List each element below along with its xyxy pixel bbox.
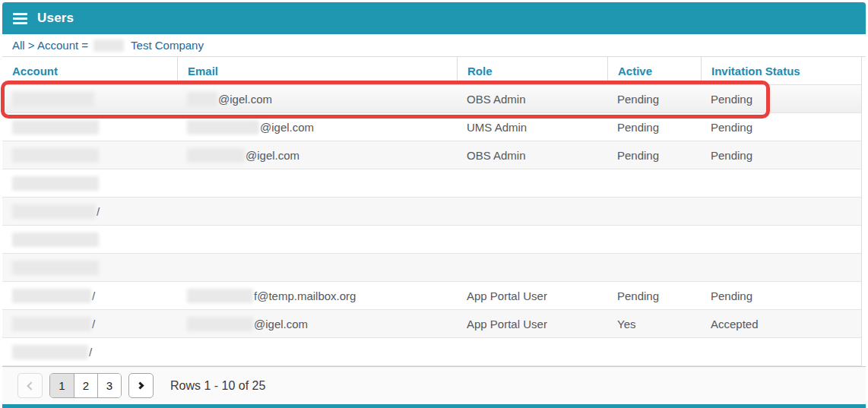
redacted-text [12,317,91,331]
cell-account: / [2,310,177,337]
redacted-text [187,289,253,303]
pagination-bar: 123 Rows 1 - 10 of 25 [2,366,866,404]
breadcrumb-filter-text: All > Account = [12,39,88,52]
cell-email: @igel.com [177,85,457,112]
table-row[interactable] [2,226,861,254]
redacted-text [12,232,99,247]
cell-role [457,226,607,253]
visible-text: f@temp.mailbox.org [254,289,356,302]
cell-role [457,338,607,365]
redacted-text [12,120,99,134]
cell-email: @igel.com [177,310,457,337]
cell-invitation-status: Pending [701,85,861,112]
redacted-text [187,148,245,163]
cell-role: OBS Admin [457,141,607,169]
cell-account [2,254,177,281]
users-table: Account Email Role Active Invitation Sta… [2,57,862,366]
visible-text: @igel.com [254,318,308,331]
column-header-email[interactable]: Email [177,57,457,84]
page-title: Users [37,11,74,26]
cell-active [607,198,701,225]
cell-email: @igel.com [177,141,457,169]
cell-active [607,338,701,365]
cell-email [177,338,457,365]
table-row[interactable]: @igel.comOBS AdminPendingPending [2,141,861,169]
cell-role: UMS Admin [457,113,607,141]
cell-email: f@temp.mailbox.org [177,282,457,309]
table-row[interactable]: / [2,338,861,366]
redacted-text [187,92,217,106]
rows-summary: Rows 1 - 10 of 25 [170,379,265,393]
table-row[interactable]: / [2,198,861,226]
previous-page-button[interactable] [17,373,43,398]
table-row[interactable]: @igel.comOBS AdminPendingPending [2,85,861,113]
cell-active [607,226,701,253]
visible-text: / [92,289,95,302]
chevron-right-icon [136,382,144,390]
column-header-invitation-status[interactable]: Invitation Status [701,57,861,84]
visible-text: @igel.com [246,149,299,162]
cell-invitation-status: Accepted [701,310,861,337]
column-header-role[interactable]: Role [457,57,607,84]
next-page-button[interactable] [128,373,154,398]
column-header-active[interactable]: Active [607,57,701,84]
cell-role [457,198,607,225]
page-button-1[interactable]: 1 [50,374,74,397]
title-bar: Users [2,2,866,34]
cell-active [607,254,701,281]
cell-invitation-status: Pending [701,113,861,141]
cell-invitation-status [701,254,861,281]
cell-active: Pending [607,113,701,141]
column-header-account[interactable]: Account [2,57,177,84]
visible-text: / [92,318,95,331]
redacted-breadcrumb-value [93,40,124,52]
hamburger-menu-icon[interactable] [13,13,27,24]
cell-invitation-status: Pending [701,282,861,309]
chevron-left-icon [27,381,35,390]
users-panel: Users All > Account = Test Company Accou… [2,2,866,408]
table-row[interactable]: @igel.comUMS AdminPendingPending [2,113,861,141]
cell-email [177,226,457,253]
cell-account: / [2,282,177,309]
cell-account [2,141,177,169]
cell-account: / [2,338,177,365]
redacted-text [12,345,88,359]
cell-invitation-status [701,198,861,225]
redacted-text [12,176,99,191]
cell-invitation-status [701,338,861,365]
redacted-text [12,148,99,163]
redacted-text [12,261,99,275]
cell-invitation-status [701,226,861,253]
table-row[interactable] [2,254,861,282]
cell-email: @igel.com [177,113,457,141]
redacted-text [12,204,96,219]
cell-role: App Portal User [457,282,607,309]
visible-text: @igel.com [260,121,314,134]
visible-text: / [97,205,100,218]
cell-account [2,113,177,141]
cell-invitation-status: Pending [701,141,861,169]
page-button-2[interactable]: 2 [74,374,97,397]
cell-active: Pending [607,282,701,309]
page-button-3[interactable]: 3 [97,374,121,397]
cell-email [177,198,457,225]
cell-email [177,254,457,281]
cell-role [457,254,607,281]
cell-role: OBS Admin [457,85,607,112]
table-row[interactable]: /@igel.comApp Portal UserYesAccepted [2,310,861,338]
table-row[interactable] [2,169,861,198]
cell-role: App Portal User [457,310,607,337]
cell-account [2,85,177,112]
cell-email [177,169,457,197]
table-body: @igel.comOBS AdminPendingPending@igel.co… [2,85,861,366]
visible-text: @igel.com [218,93,272,106]
cell-account [2,226,177,253]
redacted-text [187,120,259,134]
breadcrumb[interactable]: All > Account = Test Company [2,34,866,57]
table-row[interactable]: /f@temp.mailbox.orgApp Portal UserPendin… [2,282,861,310]
cell-invitation-status [701,169,861,197]
bottom-accent-strip [2,404,866,408]
cell-active: Yes [607,310,701,337]
cell-active: Pending [607,141,701,169]
cell-active: Pending [607,85,701,112]
